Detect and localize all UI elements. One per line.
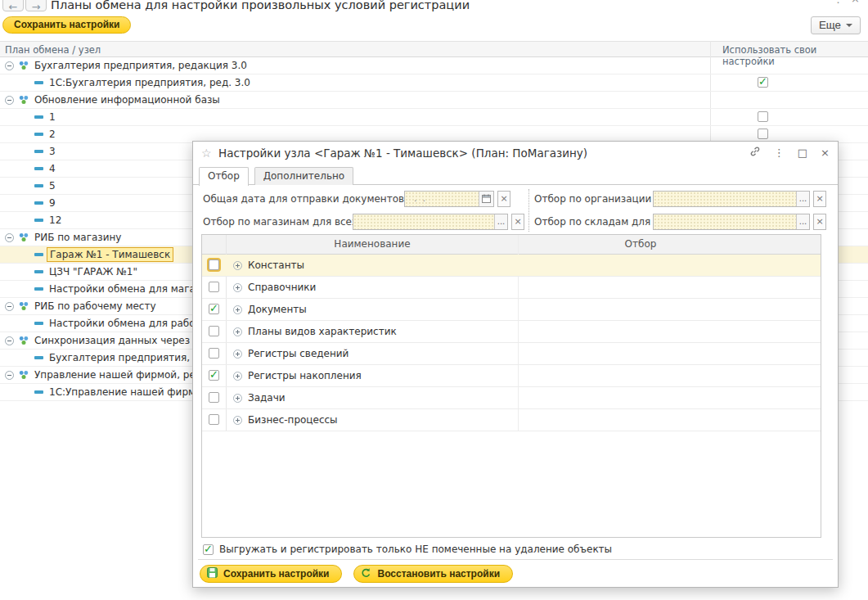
metadata-table-header: Наименование Отбор bbox=[202, 235, 821, 255]
node-icon bbox=[34, 201, 43, 205]
use-own-settings-checkbox[interactable] bbox=[758, 129, 768, 139]
dialog-save-label: Сохранить настройки bbox=[223, 568, 329, 580]
expand-icon[interactable] bbox=[233, 350, 242, 359]
dialog-maximize-icon[interactable]: □ bbox=[798, 147, 807, 160]
tree-item-label: 12 bbox=[49, 214, 61, 226]
dialog-restore-settings-button[interactable]: Восстановить настройки bbox=[353, 565, 513, 583]
shop-choose-button[interactable]: ... bbox=[494, 214, 507, 229]
table-row-selected[interactable]: Константы bbox=[202, 255, 821, 277]
org-input-group: ... bbox=[653, 191, 810, 207]
tab-filter[interactable]: Отбор bbox=[199, 167, 249, 186]
tree-item-label: РИБ по рабочему месту bbox=[34, 300, 156, 312]
expand-icon[interactable] bbox=[233, 305, 242, 314]
tree-item-label: ЦЗЧ "ГАРАЖ №1" bbox=[49, 266, 137, 277]
row-checkbox[interactable] bbox=[209, 348, 219, 359]
dialog-save-settings-button[interactable]: Сохранить настройки bbox=[200, 565, 342, 583]
warehouse-clear-button[interactable]: × bbox=[813, 214, 826, 230]
dialog-more-icon[interactable]: ⋮ bbox=[774, 147, 785, 160]
row-checkbox[interactable] bbox=[209, 259, 219, 270]
footer-checkbox-label: Выгружать и регистрировать только НЕ пом… bbox=[219, 544, 612, 555]
use-own-settings-checkbox[interactable] bbox=[758, 77, 768, 88]
row-checkbox[interactable] bbox=[209, 326, 219, 336]
row-checkbox[interactable] bbox=[209, 370, 219, 381]
org-filter-input[interactable] bbox=[654, 192, 796, 206]
shop-clear-button[interactable]: × bbox=[511, 214, 524, 230]
node-icon bbox=[34, 270, 43, 273]
more-button-label: Еще bbox=[819, 19, 841, 31]
table-row[interactable]: Регистры накопления bbox=[202, 365, 821, 387]
expand-icon[interactable] bbox=[233, 283, 242, 292]
node-icon bbox=[34, 81, 43, 84]
dialog-title: Настройки узла <Гараж №1 - Тимашевск> (П… bbox=[218, 147, 587, 160]
row-label: Константы bbox=[248, 259, 304, 271]
collapse-icon[interactable] bbox=[5, 371, 14, 380]
date-input[interactable]: . . bbox=[405, 192, 479, 206]
collapse-icon[interactable] bbox=[5, 302, 14, 311]
row-label: Регистры накопления bbox=[248, 370, 362, 381]
tree-item-label: 1С:Бухгалтерия предприятия, ред. 3.0 bbox=[49, 77, 250, 88]
column-header-plan: План обмена / узел bbox=[5, 44, 101, 56]
dialog-tabs: Отбор Дополнительно bbox=[193, 166, 838, 185]
calendar-icon[interactable] bbox=[479, 192, 493, 206]
list-header: План обмена / узел Использовать свои нас… bbox=[0, 41, 868, 57]
window-close-icon[interactable]: × bbox=[851, 0, 860, 5]
tree-row[interactable]: Бухгалтерия предприятия, редакция 3.0 bbox=[0, 57, 868, 74]
link-icon[interactable] bbox=[749, 146, 761, 160]
node-icon bbox=[34, 184, 43, 187]
collapse-icon[interactable] bbox=[5, 96, 14, 105]
org-choose-button[interactable]: ... bbox=[796, 192, 809, 206]
tree-row[interactable]: 1 bbox=[0, 109, 868, 126]
node-icon bbox=[34, 253, 43, 256]
tree-row[interactable]: Обновление информационной базы bbox=[0, 92, 868, 109]
row-checkbox[interactable] bbox=[209, 282, 219, 292]
tree-row[interactable]: 1С:Бухгалтерия предприятия, ред. 3.0 bbox=[0, 74, 868, 92]
shop-filter-label: Отбор по магазинам для всех: bbox=[203, 216, 361, 228]
table-row[interactable]: Справочники bbox=[202, 277, 821, 299]
favorite-star-icon[interactable]: ☆ bbox=[201, 147, 212, 160]
warehouse-filter-input[interactable] bbox=[654, 214, 796, 229]
expand-icon[interactable] bbox=[233, 261, 242, 270]
node-icon bbox=[34, 133, 43, 136]
collapse-icon[interactable] bbox=[5, 233, 14, 242]
node-settings-dialog: ☆ Настройки узла <Гараж №1 - Тимашевск> … bbox=[192, 141, 839, 588]
row-checkbox[interactable] bbox=[209, 414, 219, 425]
row-label: Справочники bbox=[248, 282, 316, 293]
row-checkbox[interactable] bbox=[209, 304, 219, 314]
table-row[interactable]: Документы bbox=[202, 299, 821, 321]
expand-icon[interactable] bbox=[233, 327, 242, 336]
table-row[interactable]: Бизнес-процессы bbox=[202, 409, 821, 431]
tree-item-label: Бухгалтерия предприятия, редакция 3.0 bbox=[34, 60, 247, 71]
back-button[interactable]: ← bbox=[2, 0, 24, 11]
save-settings-button[interactable]: Сохранить настройки bbox=[2, 16, 131, 34]
metadata-table: Наименование Отбор Константы Справочники… bbox=[201, 234, 821, 538]
collapse-icon[interactable] bbox=[5, 336, 14, 345]
date-clear-button[interactable]: × bbox=[497, 191, 510, 207]
node-icon bbox=[34, 322, 43, 325]
node-icon bbox=[34, 219, 43, 222]
dialog-footer-separator bbox=[198, 559, 833, 560]
dialog-close-icon[interactable]: × bbox=[821, 147, 830, 160]
tree-item-label: 1 bbox=[49, 111, 56, 123]
expand-icon[interactable] bbox=[233, 394, 242, 403]
window-more-icon[interactable]: ⋮ bbox=[833, 0, 843, 5]
forward-button[interactable]: → bbox=[25, 0, 47, 11]
more-button[interactable]: Еще bbox=[811, 16, 861, 34]
row-checkbox[interactable] bbox=[209, 392, 219, 403]
warehouse-choose-button[interactable]: ... bbox=[796, 214, 809, 229]
save-icon bbox=[207, 567, 218, 580]
org-clear-button[interactable]: × bbox=[813, 191, 826, 207]
tab-additional[interactable]: Дополнительно bbox=[254, 167, 354, 185]
expand-icon[interactable] bbox=[233, 372, 242, 381]
expand-icon[interactable] bbox=[233, 416, 242, 425]
footer-checkbox[interactable] bbox=[203, 544, 214, 555]
row-label: Задачи bbox=[248, 392, 286, 404]
tree-item-label: Гараж №1 - Тимашевск bbox=[47, 247, 173, 262]
shop-filter-input[interactable] bbox=[353, 214, 494, 229]
tree-item-label: 2 bbox=[49, 129, 56, 140]
table-row[interactable]: Регистры сведений bbox=[202, 343, 821, 365]
table-row[interactable]: Планы видов характеристик bbox=[202, 321, 821, 343]
export-only-not-deleted-checkbox[interactable]: Выгружать и регистрировать только НЕ пом… bbox=[203, 544, 612, 555]
table-row[interactable]: Задачи bbox=[202, 387, 821, 409]
collapse-icon[interactable] bbox=[5, 61, 14, 70]
use-own-settings-checkbox[interactable] bbox=[758, 111, 768, 122]
